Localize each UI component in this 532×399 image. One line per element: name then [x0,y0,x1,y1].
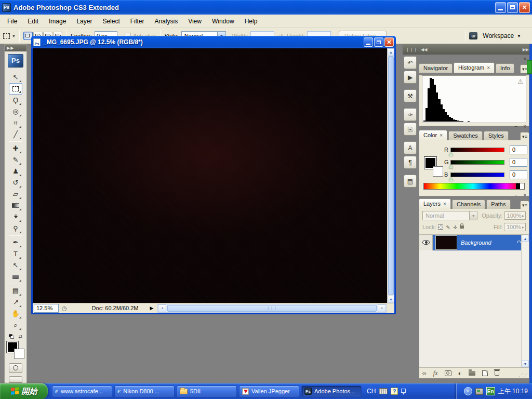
lock-transparency-icon[interactable] [438,224,443,230]
background-color-swatch[interactable] [14,349,24,359]
tab-close-icon[interactable]: × [487,65,490,71]
actions-icon[interactable]: ▶ [404,71,417,84]
menu-edit[interactable]: Edit [22,16,44,26]
history-brush-tool[interactable]: ↺ [9,177,22,189]
bridge-icon[interactable]: Br [469,32,477,39]
taskbar-button[interactable]: eNikon D800 ... [114,385,175,397]
spinner-icon[interactable]: ▸ [522,225,524,230]
tab-styles[interactable]: Styles [484,131,509,140]
blend-mode-select[interactable]: Normal ▼ [422,211,477,220]
panel-group-controls[interactable]: − × [515,192,528,198]
dock-collapse-icon[interactable]: ◀◀ [421,47,427,52]
new-layer-icon[interactable] [482,370,488,376]
menu-image[interactable]: Image [44,16,71,26]
scroll-left-icon[interactable]: ‹ [158,304,166,312]
black-white-swatches[interactable] [516,183,524,189]
cached-data-warning-icon[interactable]: ⚠ [517,78,523,85]
quick-mask-button[interactable] [9,363,22,373]
opacity-field[interactable]: 100%▸ [504,211,526,220]
character-icon[interactable]: A [404,141,417,154]
pen-tool[interactable]: ✒ [9,237,22,248]
menu-view[interactable]: View [183,16,207,26]
quick-selection-tool[interactable]: ◎ [9,106,22,117]
keyboard-icon[interactable] [379,388,388,394]
taskbar-button[interactable]: Vallen JPegger [239,385,299,397]
panel-menu-icon[interactable]: ▾≡ [520,201,529,209]
zoom-tool[interactable]: ⌕ [9,320,22,331]
dodge-tool[interactable]: ⚲ [9,223,22,234]
scroll-down-icon[interactable]: ▼ [522,360,529,367]
spinner-icon[interactable]: ▸ [522,214,524,218]
doc-minimize-button[interactable] [364,37,373,47]
layer-thumbnail[interactable] [436,236,457,249]
rectangular-marquee-tool[interactable] [9,83,22,95]
new-group-icon[interactable] [469,371,475,376]
channel-slider[interactable] [450,172,504,177]
menu-filter[interactable]: Filter [125,16,150,26]
panel-group-controls[interactable]: − × [515,124,528,129]
tab-close-icon[interactable]: × [440,132,443,138]
maximize-button[interactable] [507,2,518,13]
hand-tool[interactable]: ✋ [9,308,22,320]
tab-close-icon[interactable]: × [443,201,446,207]
slice-tool[interactable]: ╱ [9,129,22,140]
panel-menu-icon[interactable]: ▾≡ [520,132,529,140]
spot-healing-brush-tool[interactable]: ✚ [9,143,22,154]
language-options-icon[interactable]: ▼ [401,389,406,394]
link-layers-icon[interactable]: ∞ [422,370,427,376]
language-indicator[interactable]: CH [367,388,376,395]
tab-navigator[interactable]: Navigator [419,63,453,73]
clone-source-icon[interactable]: ⎘ [404,123,417,136]
taskbar-button[interactable]: 5DII [177,385,237,397]
workspace-dropdown-icon[interactable]: ▼ [517,34,521,38]
lasso-tool[interactable]: Ϙ [9,95,22,106]
type-tool[interactable]: T [9,248,22,260]
fill-field[interactable]: 100%▸ [504,223,526,231]
close-button[interactable]: ✕ [519,2,530,13]
lock-all-icon[interactable] [460,225,464,229]
channel-value-field[interactable]: 0 [510,145,527,154]
channel-slider[interactable] [450,148,504,152]
tab-paths[interactable]: Paths [486,200,510,209]
clone-stamp-tool[interactable]: ♟ [9,166,22,177]
gradient-tool[interactable] [9,200,22,211]
menu-help[interactable]: Help [240,16,263,26]
photoshop-logo-button[interactable]: Ps [8,54,23,68]
device-tray-icon[interactable] [475,388,483,395]
document-titlebar[interactable]: Ps _MG_6695.JPG @ 12.5% (RGB/8*) ✕ [31,36,396,48]
add-layer-mask-icon[interactable] [445,370,451,376]
layer-comps-icon[interactable]: ▤ [404,175,417,188]
doc-maximize-button[interactable] [374,37,383,47]
minimize-button[interactable] [495,2,506,13]
tab-histogram[interactable]: Histogram× [454,62,495,73]
swap-colors-icon[interactable]: ⇄ [18,334,22,339]
tab-info[interactable]: Info [496,63,514,73]
hide-icons-chevron[interactable]: ‹ [464,387,472,395]
notes-tool[interactable]: ▤ [9,285,22,297]
lock-image-icon[interactable]: ✎ [446,224,450,230]
layer-style-icon[interactable]: fx [433,369,438,377]
tab-color[interactable]: Color× [419,130,447,140]
taskbar-button[interactable]: PsAdobe Photos... [301,385,362,397]
eraser-tool[interactable]: ▱ [9,189,22,200]
blur-tool[interactable]: ♠ [9,211,22,223]
scroll-up-icon[interactable]: ▲ [388,48,394,56]
path-selection-tool[interactable]: ↖ [9,260,22,271]
menu-layer[interactable]: Layer [71,16,97,26]
ime-language-icon[interactable]: En [486,387,495,395]
background-color-swatch[interactable] [433,166,443,177]
tool-preset-dropdown-icon[interactable]: ▼ [12,34,16,38]
menu-window[interactable]: Window [207,16,240,26]
tab-swatches[interactable]: Swatches [448,131,483,140]
taskbar-button[interactable]: ewww.astrocafe... [52,385,112,397]
shape-tool[interactable] [9,271,22,283]
slider-thumb-icon[interactable] [449,152,453,156]
slider-thumb-icon[interactable] [449,177,453,181]
crop-tool[interactable]: ⌗ [9,117,22,129]
eyedropper-tool[interactable]: ⊸ [9,297,22,308]
dock-expand-icon[interactable]: ▶▶ [523,47,529,52]
default-colors-icon[interactable] [9,334,14,339]
paragraph-icon[interactable]: ¶ [404,156,417,169]
image-canvas[interactable] [33,48,387,303]
zoom-level-field[interactable]: 12.5% [34,304,59,313]
